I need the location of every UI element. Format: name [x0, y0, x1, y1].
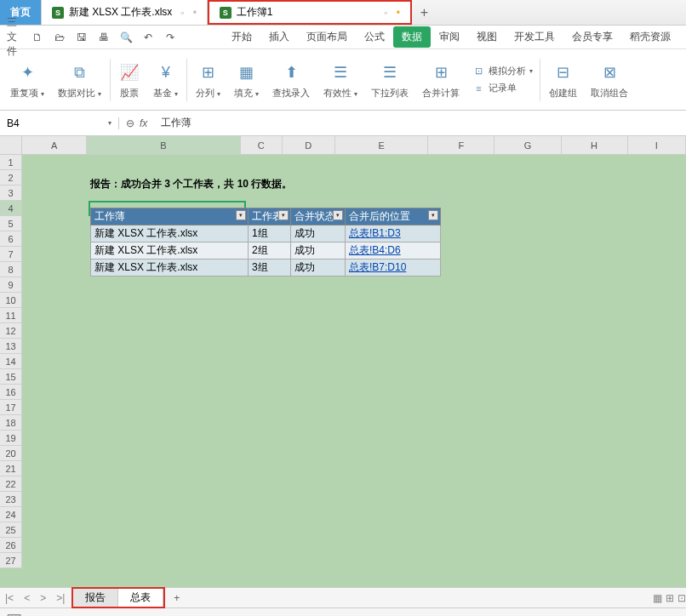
cell-workbook[interactable]: 新建 XLSX 工作表.xlsx	[91, 260, 249, 277]
cell-workbook[interactable]: 新建 XLSX 工作表.xlsx	[91, 242, 249, 260]
cell-status[interactable]: 成功	[291, 260, 346, 277]
row-header[interactable]: 8	[0, 262, 22, 277]
row-header[interactable]: 9	[0, 277, 22, 293]
row-header[interactable]: 5	[0, 216, 22, 231]
formula-input[interactable]: 工作薄	[154, 116, 686, 130]
ribbon-lookup[interactable]: ⬆ 查找录入	[267, 54, 315, 106]
col-header[interactable]: B	[87, 136, 241, 155]
row-header[interactable]: 19	[0, 431, 22, 446]
menu-tab-start[interactable]: 开始	[223, 26, 260, 48]
col-header[interactable]: G	[494, 136, 561, 155]
col-header[interactable]: C	[241, 136, 283, 155]
ribbon-compare[interactable]: ⧉ 数据对比 ▾	[53, 54, 106, 106]
cell-status[interactable]: 成功	[291, 225, 346, 242]
new-icon[interactable]: 🗋	[29, 29, 46, 46]
ribbon-ungroup-btn[interactable]: ⊠ 取消组合	[586, 54, 633, 106]
row-header[interactable]: 26	[0, 538, 22, 553]
row-header[interactable]: 1	[0, 155, 22, 170]
filter-button[interactable]: ▾	[278, 210, 289, 220]
filter-button[interactable]: ▾	[428, 210, 438, 220]
ribbon-stock[interactable]: 📈 股票	[114, 54, 145, 106]
ribbon-fund[interactable]: ¥ 基金 ▾	[148, 54, 183, 106]
row-header[interactable]: 11	[0, 308, 22, 323]
menu-tab-insert[interactable]: 插入	[260, 26, 298, 48]
view-normal-icon[interactable]: ▦	[653, 592, 662, 604]
menu-tab-view[interactable]: 视图	[468, 26, 506, 48]
row-header[interactable]: 2	[0, 170, 22, 185]
ribbon-group-btn[interactable]: ⊟ 创建组	[544, 54, 582, 106]
name-box[interactable]: B4 ▾	[0, 117, 119, 129]
ribbon-merge[interactable]: ⊞ 合并计算	[417, 54, 465, 106]
col-header[interactable]: A	[22, 136, 87, 155]
col-header[interactable]: E	[335, 136, 428, 155]
row-header[interactable]: 24	[0, 507, 22, 522]
ribbon-whatif[interactable]: ⊡模拟分析 ▾	[472, 64, 533, 79]
col-header[interactable]: D	[283, 136, 335, 155]
cell-location-link[interactable]: 总表!B1:D3	[346, 225, 441, 242]
row-header[interactable]: 3	[0, 185, 22, 201]
select-all-corner[interactable]	[0, 136, 22, 155]
save-icon[interactable]: 🖫	[73, 29, 90, 46]
row-header[interactable]: 14	[0, 354, 22, 369]
col-header[interactable]: F	[428, 136, 494, 155]
row-header[interactable]: 18	[0, 415, 22, 431]
tab-file1[interactable]: S 新建 XLSX 工作表.xlsx ▫ •	[42, 0, 208, 25]
col-header[interactable]: H	[562, 136, 628, 155]
menu-tab-dev[interactable]: 开发工具	[506, 26, 563, 48]
row-header[interactable]: 12	[0, 323, 22, 339]
cell-worksheet[interactable]: 1组	[249, 225, 291, 242]
redo-icon[interactable]: ↷	[162, 29, 179, 46]
row-header[interactable]: 10	[0, 293, 22, 308]
open-icon[interactable]: 🗁	[51, 29, 68, 46]
row-header[interactable]: 21	[0, 461, 22, 476]
menu-tab-formula[interactable]: 公式	[356, 26, 393, 48]
sheet-nav-prev[interactable]: <	[19, 592, 35, 604]
menu-tab-layout[interactable]: 页面布局	[298, 26, 356, 48]
row-header[interactable]: 22	[0, 476, 22, 492]
ribbon-fill[interactable]: ▦ 填充 ▾	[229, 54, 264, 106]
menu-tab-review[interactable]: 审阅	[431, 26, 468, 48]
preview-icon[interactable]: 🔍	[117, 29, 134, 46]
row-header[interactable]: 15	[0, 369, 22, 385]
row-header[interactable]: 16	[0, 385, 22, 400]
ribbon-dropdown-list[interactable]: ☰ 下拉列表	[366, 54, 414, 106]
fx-label[interactable]: fx	[140, 117, 147, 129]
ribbon-record[interactable]: ≡记录单	[472, 81, 533, 96]
status-ready-icon[interactable]: ⌨	[7, 613, 21, 617]
menu-tab-docer[interactable]: 稻壳资源	[621, 26, 679, 48]
tab-file2-active[interactable]: S 工作簿1 ▫ •	[208, 0, 412, 25]
row-header[interactable]: 27	[0, 553, 22, 568]
cancel-formula-icon[interactable]: ⊖	[126, 117, 134, 129]
sheet-add-button[interactable]: +	[167, 592, 186, 604]
cell-location-link[interactable]: 总表!B7:D10	[346, 260, 441, 277]
print-icon[interactable]: 🖶	[95, 29, 112, 46]
row-header[interactable]: 25	[0, 522, 22, 538]
sheet-nav-first[interactable]: |<	[0, 592, 19, 604]
row-header[interactable]: 7	[0, 247, 22, 262]
row-header[interactable]: 4	[0, 201, 22, 216]
row-header[interactable]: 17	[0, 400, 22, 415]
cell-workbook[interactable]: 新建 XLSX 工作表.xlsx	[91, 225, 249, 242]
undo-icon[interactable]: ↶	[140, 29, 157, 46]
menu-tab-data[interactable]: 数据	[393, 26, 431, 48]
col-header[interactable]: I	[628, 136, 686, 155]
cell-worksheet[interactable]: 3组	[249, 260, 291, 277]
cell-status[interactable]: 成功	[291, 242, 346, 260]
row-header[interactable]: 23	[0, 492, 22, 507]
view-break-icon[interactable]: ⊡	[677, 592, 686, 604]
ribbon-split[interactable]: ⊞ 分列 ▾	[191, 54, 226, 106]
view-layout-icon[interactable]: ⊞	[666, 592, 674, 604]
menu-tab-member[interactable]: 会员专享	[563, 26, 621, 48]
tab-add-button[interactable]: +	[412, 0, 437, 25]
ribbon-duplicate[interactable]: ✦ 重复项 ▾	[5, 54, 49, 106]
file-menu[interactable]: 三 文件	[7, 29, 24, 46]
filter-button[interactable]: ▾	[333, 210, 343, 220]
cell-worksheet[interactable]: 2组	[249, 242, 291, 260]
sheet-tab-total[interactable]: 总表	[118, 589, 163, 607]
row-header[interactable]: 13	[0, 339, 22, 354]
row-header[interactable]: 6	[0, 231, 22, 247]
row-header[interactable]: 20	[0, 446, 22, 461]
ribbon-validity[interactable]: ☰ 有效性 ▾	[318, 54, 363, 106]
sheet-nav-next[interactable]: >	[35, 592, 51, 604]
cell-location-link[interactable]: 总表!B4:D6	[346, 242, 441, 260]
